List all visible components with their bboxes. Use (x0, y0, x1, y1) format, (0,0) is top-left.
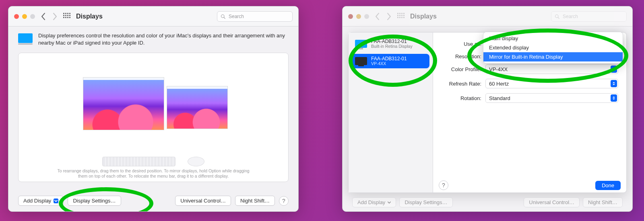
chevron-down-icon (54, 198, 58, 203)
button-label: Universal Control… (180, 198, 226, 204)
svg-rect-21 (403, 15, 405, 16)
sheet-area: FAA-ADB312-01 Built-in Retina Display FA… (343, 27, 632, 193)
refresh-rate-row: Refresh Rate: 60 Hertz (441, 79, 618, 88)
svg-rect-18 (397, 15, 398, 16)
nav-arrows (41, 13, 58, 20)
arrangement-area[interactable] (19, 77, 288, 137)
wallpaper-icon (83, 78, 164, 130)
svg-rect-2 (67, 13, 68, 14)
mouse-icon (188, 157, 204, 166)
color-profile-select[interactable]: VP-4XX (485, 64, 618, 74)
all-prefs-grid-icon (397, 13, 405, 20)
display-settings-pane: Use as: Resolution: Scaled Color Profile… (433, 33, 626, 192)
svg-rect-5 (65, 15, 66, 16)
chevron-down-icon (388, 201, 391, 204)
search-input[interactable] (228, 13, 289, 20)
svg-rect-4 (63, 15, 64, 16)
svg-rect-17 (403, 13, 405, 14)
svg-rect-15 (399, 13, 400, 14)
search-icon (555, 14, 559, 19)
all-prefs-grid-icon[interactable] (63, 13, 70, 20)
done-button[interactable]: Done (595, 181, 621, 190)
intro-row: Display preferences control the resoluti… (8, 27, 298, 50)
svg-rect-0 (63, 13, 64, 14)
display-thumbnail-secondary[interactable] (167, 86, 228, 129)
button-label: Universal Control… (529, 199, 574, 205)
arrangement-help-line: them on top of each other. To relocate t… (24, 174, 283, 179)
search-input (562, 13, 623, 20)
displays-window-left: Displays Display preferences control the… (8, 6, 299, 212)
minimize-window-button[interactable] (356, 14, 361, 19)
display-list-item-external[interactable]: FAA-ADB312-01 VP-4XX (352, 54, 429, 69)
svg-rect-14 (397, 13, 398, 14)
add-display-button[interactable]: Add Display (18, 196, 64, 206)
displays-window-right: Displays FAA-ADB312-01 Built-in Retina D… (342, 6, 633, 212)
help-icon: ? (442, 182, 445, 188)
button-label: Add Display (23, 198, 51, 204)
help-button[interactable]: ? (439, 180, 448, 190)
window-traffic-lights (348, 14, 369, 19)
svg-rect-11 (69, 17, 70, 18)
back-button (375, 13, 380, 20)
color-profile-label: Color Profile: (441, 66, 481, 72)
forward-button[interactable] (52, 13, 58, 20)
help-button[interactable]: ? (279, 196, 289, 206)
display-list-item-text: FAA-ADB312-01 Built-in Retina Display (371, 39, 413, 49)
intro-text: Display preferences control the resoluti… (38, 32, 289, 46)
add-display-button: Add Display (352, 197, 396, 207)
button-label: Add Display (357, 199, 385, 205)
search-field[interactable] (217, 11, 293, 22)
display-settings-sheet: FAA-ADB312-01 Built-in Retina Display FA… (348, 32, 627, 193)
use-as-label: Use as: (441, 41, 481, 47)
zoom-window-button[interactable] (364, 14, 369, 19)
display-settings-button: Display Settings… (399, 197, 452, 207)
display-name: FAA-ADB312-01 (371, 56, 407, 61)
back-button[interactable] (41, 13, 46, 20)
use-as-option-extended[interactable]: Extended display (483, 43, 623, 52)
display-thumbnail-main[interactable] (83, 77, 164, 130)
svg-line-13 (224, 17, 225, 18)
use-as-option-mirror[interactable]: Mirror for Built-in Retina Display (483, 52, 623, 61)
sheet-footer: ? Done (439, 180, 621, 190)
night-shift-button[interactable]: Night Shift… (235, 196, 275, 206)
arrangement-help-text: To rearrange displays, drag them to the … (24, 168, 283, 179)
use-as-option-main[interactable]: Main display (483, 34, 623, 43)
select-value: VP-4XX (489, 66, 508, 72)
refresh-rate-label: Refresh Rate: (441, 81, 481, 87)
close-window-button[interactable] (14, 14, 19, 19)
select-stepper-icon (611, 94, 617, 102)
footer-right: Add Display Display Settings… Universal … (352, 197, 623, 207)
toolbar: Displays (8, 6, 298, 27)
display-settings-button[interactable]: Display Settings… (68, 196, 121, 206)
svg-rect-23 (399, 17, 400, 18)
use-as-popup: Main display Extended display Mirror for… (483, 32, 623, 63)
display-list-item-text: FAA-ADB312-01 VP-4XX (371, 56, 407, 66)
minimize-window-button[interactable] (22, 14, 27, 19)
svg-rect-3 (69, 13, 70, 14)
svg-rect-25 (403, 17, 405, 18)
close-window-button[interactable] (348, 14, 353, 19)
help-icon: ? (282, 198, 285, 204)
display-subtitle: Built-in Retina Display (371, 44, 413, 49)
resolution-label: Resolution: (441, 53, 481, 59)
select-value: 60 Hertz (489, 81, 509, 87)
rotation-select[interactable]: Standard (485, 93, 618, 103)
search-field (551, 11, 627, 22)
svg-rect-9 (65, 17, 66, 18)
svg-rect-19 (399, 15, 400, 16)
zoom-window-button[interactable] (30, 14, 35, 19)
footer-left: Add Display Display Settings… Universal … (18, 196, 289, 206)
monitor-icon (355, 57, 367, 65)
universal-control-button[interactable]: Universal Control… (175, 196, 231, 206)
refresh-rate-select[interactable]: 60 Hertz (485, 79, 618, 88)
svg-rect-20 (401, 15, 402, 16)
arrangement-box: To rearrange displays, drag them to the … (18, 53, 289, 182)
svg-rect-6 (67, 15, 68, 16)
select-stepper-icon (611, 65, 617, 73)
button-label: Done (602, 182, 614, 188)
arrangement-help-line: To rearrange displays, drag them to the … (24, 168, 283, 174)
nav-arrows (375, 13, 392, 20)
display-list-item-builtin[interactable]: FAA-ADB312-01 Built-in Retina Display (352, 37, 429, 51)
universal-control-button: Universal Control… (524, 197, 580, 207)
button-label: Night Shift… (240, 198, 270, 204)
